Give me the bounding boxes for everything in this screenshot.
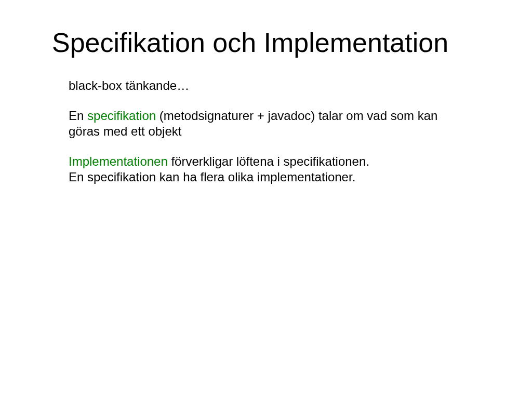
slide-body: black-box tänkande… En specifikation (me… — [69, 78, 463, 200]
keyword-specifikation: specifikation — [87, 109, 156, 123]
slide: Specifikation och Implementation black-b… — [0, 0, 532, 399]
text-line2: En specifikation kan ha flera olika impl… — [69, 170, 355, 184]
text-rest: förverkligar löftena i specifikationen. — [168, 154, 369, 168]
paragraph-specifikation: En specifikation (metodsignaturer + java… — [69, 108, 463, 139]
slide-title: Specifikation och Implementation — [52, 27, 448, 58]
paragraph-implementation: Implementationen förverkligar löftena i … — [69, 154, 463, 185]
keyword-implementationen: Implementationen — [69, 154, 168, 168]
paragraph-blackbox: black-box tänkande… — [69, 78, 463, 94]
text-pre: En — [69, 109, 87, 123]
